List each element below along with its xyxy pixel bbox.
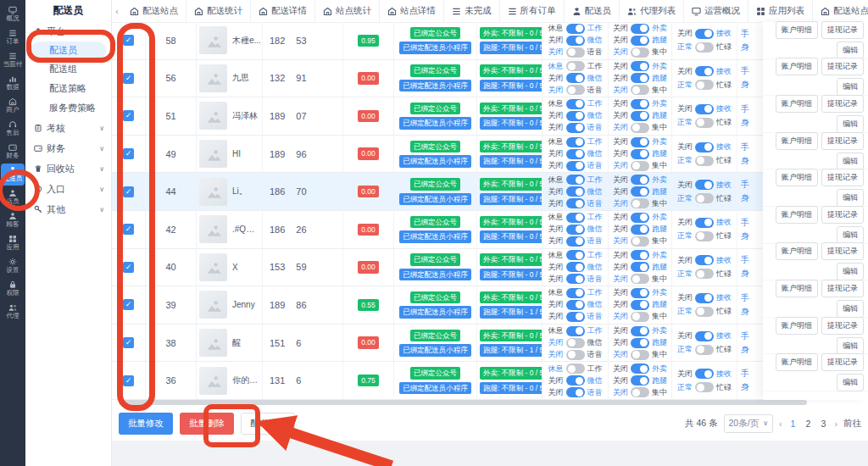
tab-站点详情[interactable]: 站点详情 [380,0,444,22]
rail-item-设置[interactable]: 设置 [0,255,25,277]
toggle-跑腿[interactable] [631,338,649,348]
toggle-跑腿[interactable] [631,73,649,83]
toggle-忙碌[interactable] [695,193,714,203]
clipped-link[interactable]: 手 [741,292,749,304]
toggle-忙碌[interactable] [695,118,714,128]
toggle-集中[interactable] [631,85,649,95]
toggle-工作[interactable] [566,213,585,223]
toggle-跑腿[interactable] [631,262,649,272]
row-checkbox[interactable]: ✓ [123,224,134,235]
toggle-接收[interactable] [695,369,714,379]
toggle-微信[interactable] [566,262,585,272]
account-detail-button[interactable]: 账户明细 [776,206,818,224]
toggle-外卖[interactable] [631,24,649,34]
toggle-接收[interactable] [695,66,714,76]
clipped-link[interactable]: 身 [741,192,749,204]
prev-page-icon[interactable]: ‹ [779,419,782,429]
toggle-语音[interactable] [566,47,585,58]
toggle-忙碌[interactable] [695,231,714,241]
clipped-link[interactable]: 手 [741,65,749,77]
clipped-link[interactable]: 手 [741,217,749,229]
tab-配送员[interactable]: 配送员 [565,0,620,22]
account-detail-button[interactable]: 账户明细 [776,353,818,371]
toggle-语音[interactable] [566,236,585,247]
toggle-微信[interactable] [566,300,585,310]
sidebar-group-财务[interactable]: 财务∨ [25,138,111,158]
row-checkbox[interactable]: ✓ [123,262,134,273]
page-2[interactable]: 2 [804,419,814,429]
sidebar-group-其他[interactable]: 其他∨ [25,199,111,219]
withdraw-record-button[interactable]: 提现记录 [821,169,864,186]
rail-item-当面付[interactable]: 当面付 [0,49,25,71]
rail-item-应用[interactable]: 应用 [0,232,25,254]
toggle-集中[interactable] [631,236,649,247]
toggle-语音[interactable] [566,274,585,284]
toggle-跑腿[interactable] [631,111,649,121]
row-checkbox[interactable]: ✓ [123,35,134,46]
edit-button[interactable]: 编辑 [837,78,864,96]
sidebar-group-平台[interactable]: 平台∧ [25,21,111,42]
row-checkbox[interactable]: ✓ [123,73,134,84]
row-checkbox[interactable]: ✓ [123,375,134,386]
toggle-工作[interactable] [566,24,585,34]
row-checkbox[interactable]: ✓ [123,337,134,348]
clipped-link[interactable]: 手 [741,28,749,40]
rail-item-顾客[interactable]: 顾客 [0,209,25,231]
sidebar-item-配送员[interactable]: 配送员 [31,42,106,59]
row-checkbox[interactable]: ✓ [123,186,134,197]
toggle-集中[interactable] [631,198,649,208]
sidebar-group-入口[interactable]: 入口∨ [25,179,111,199]
toggle-语音[interactable] [566,312,585,322]
toggle-跑腿[interactable] [631,149,649,159]
edit-button[interactable]: 编辑 [837,226,864,244]
withdraw-record-button[interactable]: 提现记录 [821,353,864,371]
clipped-link[interactable]: 手 [741,330,749,342]
toggle-集中[interactable] [631,387,649,397]
toggle-集中[interactable] [631,161,649,171]
sidebar-group-回收站[interactable]: 回收站∨ [25,158,111,179]
account-detail-button[interactable]: 账户明细 [776,95,818,113]
toggle-工作[interactable] [566,61,585,71]
toggle-语音[interactable] [566,85,585,95]
toggle-微信[interactable] [566,36,585,46]
tab-配送统计[interactable]: 配送统计 [186,0,251,22]
toggle-语音[interactable] [566,198,585,208]
toggle-外卖[interactable] [631,61,649,71]
withdraw-record-button[interactable]: 提现记录 [821,132,864,150]
edit-button[interactable]: 编辑 [837,374,864,391]
clipped-link[interactable]: 手 [741,179,749,191]
clipped-link[interactable]: 手 [741,368,749,380]
toggle-语音[interactable] [566,161,585,171]
toggle-工作[interactable] [566,326,585,336]
sidebar-item-配送策略[interactable]: 配送策略 [25,79,111,98]
rail-item-代理[interactable]: 代理 [0,301,25,323]
toggle-外卖[interactable] [631,99,649,109]
toggle-微信[interactable] [566,225,585,235]
clipped-link[interactable]: 手 [741,141,749,153]
tab-站点统计[interactable]: 站点统计 [315,0,380,22]
rail-item-概况[interactable]: 概况 [0,3,25,25]
clipped-link[interactable]: 身 [741,344,749,356]
toggle-接收[interactable] [695,142,714,153]
toggle-接收[interactable] [695,29,714,39]
withdraw-record-button[interactable]: 提现记录 [821,317,864,335]
batch-delete-button[interactable]: 批量删除 [180,413,234,435]
toggle-集中[interactable] [631,350,649,360]
withdraw-record-button[interactable]: 提现记录 [821,58,864,75]
row-checkbox[interactable]: ✓ [123,110,134,121]
toggle-接收[interactable] [695,180,714,190]
clipped-link[interactable]: 手 [741,254,749,266]
toggle-忙碌[interactable] [695,269,714,279]
tab-配送详情[interactable]: 配送详情 [251,0,315,22]
withdraw-record-button[interactable]: 提现记录 [821,242,864,260]
toggle-外卖[interactable] [631,137,649,147]
toggle-语音[interactable] [566,350,585,360]
toggle-忙碌[interactable] [695,382,714,392]
clipped-link[interactable]: 手 [741,103,749,115]
toggle-外卖[interactable] [631,288,649,298]
rail-item-配送员[interactable]: 配送员 [1,164,25,186]
rail-item-售后[interactable]: 售后 [0,118,25,140]
toggle-忙碌[interactable] [695,345,714,355]
edit-button[interactable]: 编辑 [837,115,864,133]
withdraw-record-button[interactable]: 提现记录 [821,206,864,224]
